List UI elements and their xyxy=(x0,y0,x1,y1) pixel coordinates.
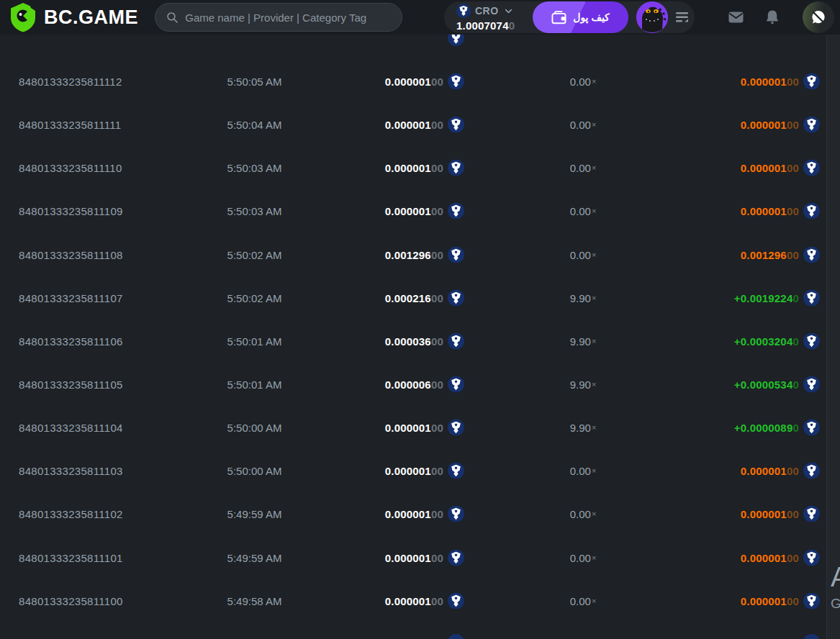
bet-amount-cell: 0.00000100 xyxy=(288,592,464,609)
bet-payout-cell: 0.00129600 xyxy=(643,246,820,263)
multiplier-x: × xyxy=(592,293,596,302)
bet-amount-cell: 0.00129600 xyxy=(288,246,464,263)
bet-amount-cell: 0.00003600 xyxy=(288,332,464,349)
bet-row[interactable]: 84801333235811102 5:49:59 AM 0.00000100 … xyxy=(0,492,840,535)
bet-id: 84801333235811104 xyxy=(19,422,123,434)
bet-amount: 0.00000100 xyxy=(385,162,443,174)
bet-id: 84801333235811112 xyxy=(19,76,122,88)
cro-coin-icon xyxy=(448,506,464,522)
bet-row[interactable]: 84801333235811109 5:50:03 AM 0.00000100 … xyxy=(0,189,840,232)
multiplier-x: × xyxy=(592,250,596,258)
payout-value: 0.00129600 xyxy=(741,248,799,260)
bet-payout-cell: 0.00000100 xyxy=(643,506,820,522)
bet-multiplier: 0.00× xyxy=(504,162,662,174)
bet-amount: 0.00129600 xyxy=(385,248,443,260)
cro-coin-icon-partial xyxy=(448,634,464,639)
bet-amount: 0.00000100 xyxy=(385,465,443,477)
account-pill: CRO 1.00070740 کیف پول xyxy=(444,1,695,33)
multiplier-x: × xyxy=(592,466,596,475)
bet-multiplier: 0.00× xyxy=(504,248,662,260)
cro-coin-icon xyxy=(448,463,464,479)
bet-id: 84801333235811102 xyxy=(19,508,123,520)
bet-row[interactable]: 84801333235811101 5:49:59 AM 0.00000100 … xyxy=(0,536,840,579)
bet-multiplier: 0.00× xyxy=(504,594,662,607)
bet-multiplier: 9.90× xyxy=(504,422,662,434)
bet-row[interactable]: 84801333235811105 5:50:01 AM 0.00000600 … xyxy=(0,363,840,406)
bet-row[interactable]: 84801333235811111 5:50:04 AM 0.00000100 … xyxy=(0,103,840,146)
payout-value: 0.00000100 xyxy=(741,508,799,520)
bet-amount: 0.00000100 xyxy=(385,422,443,434)
bet-amount-cell: 0.00000100 xyxy=(288,420,464,436)
bet-amount-cell: 0.00000100 xyxy=(288,463,464,479)
bet-row[interactable]: 84801333235811110 5:50:03 AM 0.00000100 … xyxy=(0,146,840,189)
bet-payout-cell: 0.00000100 xyxy=(643,160,820,176)
cro-coin-icon xyxy=(803,332,820,349)
currency-selector[interactable]: CRO 1.00070740 xyxy=(456,4,533,31)
cro-coin-icon xyxy=(448,73,464,90)
bet-row[interactable]: 84801333235811103 5:50:00 AM 0.00000100 … xyxy=(0,449,840,492)
cro-coin-icon xyxy=(803,117,820,133)
multiplier-x: × xyxy=(592,380,596,389)
bet-payout-cell: 0.00000100 xyxy=(643,73,820,90)
cro-coin-icon xyxy=(448,592,464,609)
wallet-button-label: کیف پول xyxy=(573,12,610,23)
bet-amount-cell: 0.00000100 xyxy=(288,549,464,566)
bet-amount: 0.00000100 xyxy=(385,594,443,607)
messages-button[interactable] xyxy=(727,9,745,26)
bet-multiplier: 0.00× xyxy=(504,465,662,477)
multiplier-x: × xyxy=(592,336,596,345)
bet-row[interactable]: 84801333235811108 5:50:02 AM 0.00129600 … xyxy=(0,233,840,276)
bc-game-logo[interactable]: BC.GAME xyxy=(9,2,138,32)
user-avatar[interactable] xyxy=(636,1,668,33)
bet-row[interactable]: 84801333235811104 5:50:00 AM 0.00000100 … xyxy=(0,406,840,449)
cro-coin-icon xyxy=(456,4,471,18)
multiplier-x: × xyxy=(592,207,596,215)
notifications-button[interactable] xyxy=(764,9,781,26)
bet-id: 84801333235811101 xyxy=(19,551,123,563)
account-menu-icon[interactable] xyxy=(674,11,690,24)
wallet-button[interactable]: کیف پول xyxy=(533,1,628,33)
bet-amount: 0.00003600 xyxy=(385,335,443,347)
bet-multiplier: 0.00× xyxy=(504,551,662,563)
bet-id: 84801333235811110 xyxy=(19,162,122,174)
side-peek-panel: A G xyxy=(826,35,840,639)
bet-row[interactable]: 84801333235811100 5:49:58 AM 0.00000100 … xyxy=(0,579,840,622)
bet-multiplier: 9.90× xyxy=(504,291,662,304)
bet-payout-cell: 0.00000100 xyxy=(643,203,820,219)
cro-coin-icon xyxy=(448,203,464,219)
multiplier-x: × xyxy=(592,596,596,604)
bet-amount: 0.00000100 xyxy=(385,76,443,88)
bet-amount-cell: 0.00021600 xyxy=(288,289,464,306)
search-input[interactable] xyxy=(185,12,392,24)
multiplier-x: × xyxy=(592,423,596,432)
cro-coin-icon xyxy=(803,203,820,219)
support-chat-button[interactable] xyxy=(803,1,834,33)
bet-amount: 0.00000100 xyxy=(385,205,443,217)
top-navbar: BC.GAME CRO 1.00070740 xyxy=(0,0,840,35)
wallet-icon xyxy=(551,11,566,24)
cro-coin-icon xyxy=(448,246,464,263)
bc-logo-icon xyxy=(9,2,37,32)
bet-row[interactable]: 84801333235811106 5:50:01 AM 0.00003600 … xyxy=(0,320,840,363)
payout-value: 0.00000100 xyxy=(741,551,799,563)
logo-wordmark: BC.GAME xyxy=(44,6,138,29)
bet-row[interactable]: 84801333235811112 5:50:05 AM 0.00000100 … xyxy=(0,60,840,103)
cro-coin-icon xyxy=(803,246,820,263)
bet-id: 84801333235811106 xyxy=(19,335,123,347)
chat-bubble-slash-icon xyxy=(810,9,827,26)
payout-value: 0.00000100 xyxy=(741,594,799,607)
bet-id: 84801333235811105 xyxy=(19,379,123,391)
cro-coin-icon xyxy=(803,463,820,479)
bet-payout-cell: 0.00000100 xyxy=(643,549,820,566)
multiplier-x: × xyxy=(592,553,596,561)
bet-id: 84801333235811107 xyxy=(19,291,123,304)
payout-value: 0.00000100 xyxy=(741,205,799,217)
bet-payout-cell: +0.00000890 xyxy=(643,420,820,436)
bet-multiplier: 0.00× xyxy=(504,205,662,217)
payout-value: 0.00000100 xyxy=(741,465,799,477)
game-search-bar[interactable] xyxy=(155,3,402,32)
bet-row[interactable]: 84801333235811107 5:50:02 AM 0.00021600 … xyxy=(0,276,840,320)
cro-coin-icon xyxy=(448,376,464,393)
bet-multiplier: 9.90× xyxy=(504,379,662,391)
payout-value: +0.00005340 xyxy=(734,379,799,391)
